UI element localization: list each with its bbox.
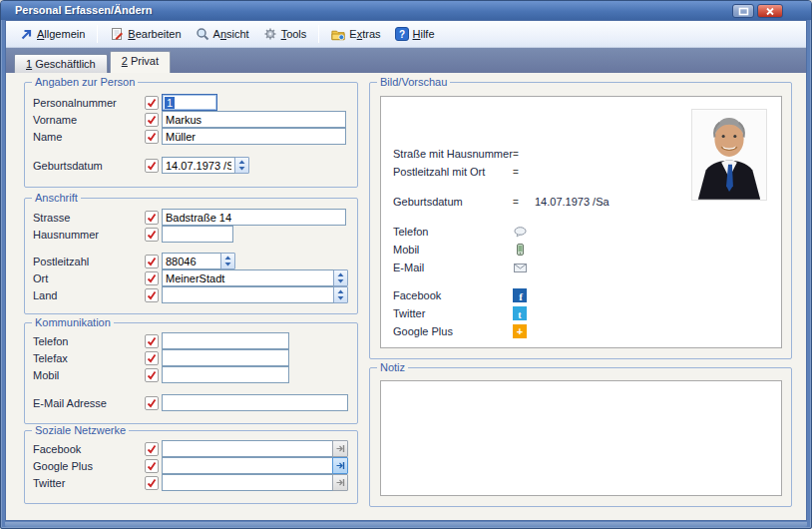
tab-band: 1 Geschäftlich 2 Privat	[6, 48, 806, 73]
check-icon[interactable]	[145, 459, 159, 473]
mobil-input[interactable]	[162, 366, 289, 383]
speech-bubble-icon	[513, 225, 527, 239]
notiz-textarea[interactable]	[380, 380, 782, 496]
check-icon[interactable]	[145, 113, 159, 127]
plz-spinner[interactable]	[220, 253, 235, 269]
check-icon[interactable]	[145, 334, 159, 348]
preview-value: 14.07.1973 /Sa	[535, 196, 609, 208]
hilfe-button[interactable]: ? Hilfe	[388, 24, 442, 44]
edit-icon	[110, 27, 124, 41]
ansicht-label: Ansicht	[213, 28, 249, 40]
tools-button[interactable]: Tools	[256, 24, 314, 44]
spinner-arrows-icon	[337, 272, 344, 283]
field-row-personalnummer: Personalnummer 1	[25, 94, 357, 111]
land-spinner[interactable]	[333, 286, 348, 303]
restore-button[interactable]	[732, 4, 754, 18]
check-icon[interactable]	[145, 211, 159, 225]
folder-icon	[331, 27, 345, 41]
fieldset-legend: Bild/Vorschau	[377, 76, 450, 88]
svg-text:+: +	[517, 325, 523, 337]
arrow-up-right-icon	[19, 27, 33, 41]
selected-text: 1	[165, 97, 175, 109]
mobil-label: Mobil	[33, 369, 145, 381]
check-icon[interactable]	[145, 96, 159, 110]
spinner-arrows-icon	[238, 160, 245, 171]
equals-sign: =	[513, 149, 527, 160]
title-bar[interactable]: Personal Erfassen/Ändern	[1, 1, 811, 20]
extras-button[interactable]: Extras	[324, 24, 387, 44]
check-icon[interactable]	[145, 396, 159, 410]
restore-icon	[738, 7, 749, 16]
check-icon[interactable]	[145, 159, 159, 173]
field-row-telefon: Telefon	[25, 332, 357, 349]
mobile-phone-icon	[513, 243, 527, 257]
check-icon[interactable]	[145, 255, 159, 268]
email-label: E-Mail Adresse	[33, 397, 145, 409]
strasse-input[interactable]	[162, 209, 346, 226]
facebook-open-button[interactable]	[332, 440, 348, 457]
hausnummer-input[interactable]	[162, 226, 233, 243]
telefon-label: Telefon	[33, 335, 145, 347]
telefax-label: Telefax	[33, 352, 145, 364]
date-spinner[interactable]	[234, 157, 249, 174]
allgemein-button[interactable]: Allgemein	[12, 24, 92, 44]
tab-geschaeftlich[interactable]: 1 Geschäftlich	[14, 54, 108, 73]
preview-row-facebook: Facebook f	[381, 286, 781, 304]
ort-input[interactable]	[162, 269, 334, 286]
check-icon[interactable]	[145, 130, 159, 144]
svg-text:f: f	[519, 290, 523, 302]
name-input[interactable]	[162, 128, 346, 145]
bearbeiten-label: Bearbeiten	[128, 28, 181, 40]
geburtsdatum-input[interactable]	[162, 157, 235, 174]
fieldset-notiz: Notiz	[369, 367, 792, 507]
vorname-input[interactable]	[162, 111, 346, 128]
window-bottom-frame[interactable]	[5, 522, 807, 527]
check-icon[interactable]	[145, 271, 159, 285]
close-button[interactable]	[757, 4, 783, 18]
postleitzahl-label: Postleitzahl	[33, 256, 145, 267]
personalnummer-input[interactable]: 1	[162, 94, 217, 111]
personal-dialog-window: Personal Erfassen/Ändern Allgemein Bearb…	[0, 0, 812, 529]
ort-spinner[interactable]	[333, 269, 348, 286]
twitter-icon[interactable]: t	[513, 306, 527, 320]
googleplus-input[interactable]	[162, 457, 333, 474]
land-input[interactable]	[162, 286, 334, 303]
twitter-label: Twitter	[33, 477, 145, 489]
allgemein-label: Allgemein	[37, 28, 85, 40]
postleitzahl-input[interactable]	[162, 253, 221, 269]
twitter-open-button[interactable]	[332, 474, 348, 491]
check-icon[interactable]	[145, 368, 159, 382]
name-label: Name	[33, 131, 145, 143]
googleplus-open-button[interactable]	[332, 457, 348, 474]
hausnummer-label: Hausnummer	[33, 229, 145, 241]
check-icon[interactable]	[145, 351, 159, 365]
hilfe-label: Hilfe	[413, 28, 435, 40]
open-link-icon	[336, 478, 345, 487]
google-plus-icon[interactable]: +	[513, 324, 527, 338]
field-row-postleitzahl: Postleitzahl	[25, 253, 357, 269]
field-row-hausnummer: Hausnummer	[25, 226, 357, 243]
twitter-input[interactable]	[162, 474, 333, 491]
fieldset-kommunikation: Kommunikation Telefon Telefax Mobil	[24, 322, 358, 424]
check-icon[interactable]	[145, 228, 159, 242]
check-icon[interactable]	[145, 476, 159, 490]
telefax-input[interactable]	[162, 349, 289, 366]
facebook-input[interactable]	[162, 440, 333, 457]
preview-row-telefon: Telefon	[381, 223, 781, 241]
preview-label: Google Plus	[393, 325, 513, 337]
preview-panel: Straße mit Hausnummer = Postleitzahl mit…	[380, 96, 782, 348]
bearbeiten-button[interactable]: Bearbeiten	[103, 24, 188, 44]
ort-label: Ort	[33, 272, 145, 284]
geburtsdatum-label: Geburtsdatum	[33, 160, 145, 172]
tab-privat[interactable]: 2 Privat	[110, 51, 171, 73]
check-icon[interactable]	[145, 288, 159, 302]
facebook-icon[interactable]: f	[513, 288, 527, 302]
personalnummer-label: Personalnummer	[33, 97, 145, 109]
field-row-ort: Ort	[25, 269, 357, 286]
email-input[interactable]	[162, 394, 348, 411]
telefon-input[interactable]	[162, 332, 289, 349]
check-icon[interactable]	[145, 442, 159, 456]
fieldset-soziale-netzwerke: Soziale Netzwerke Facebook Google Plus	[24, 430, 358, 504]
ansicht-button[interactable]: Ansicht	[189, 24, 256, 44]
window-title: Personal Erfassen/Ändern	[15, 4, 153, 16]
